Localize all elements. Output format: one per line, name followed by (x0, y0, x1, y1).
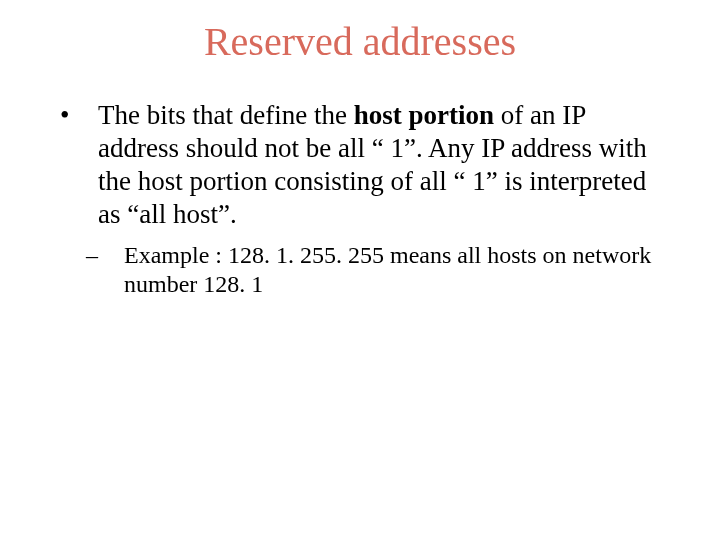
sub-bullet-text: Example : 128. 1. 255. 255 means all hos… (124, 241, 660, 300)
bullet-text-bold: host portion (354, 100, 494, 130)
slide-body: • The bits that define the host portion … (0, 65, 720, 299)
bullet-marker: • (60, 99, 98, 231)
bullet-item: • The bits that define the host portion … (60, 99, 660, 231)
slide-title: Reserved addresses (0, 0, 720, 65)
sub-bullet-marker: – (86, 241, 124, 300)
bullet-text: The bits that define the host portion of… (98, 99, 660, 231)
slide: Reserved addresses • The bits that defin… (0, 0, 720, 540)
sub-bullet-item: – Example : 128. 1. 255. 255 means all h… (60, 241, 660, 300)
bullet-text-before: The bits that define the (98, 100, 354, 130)
